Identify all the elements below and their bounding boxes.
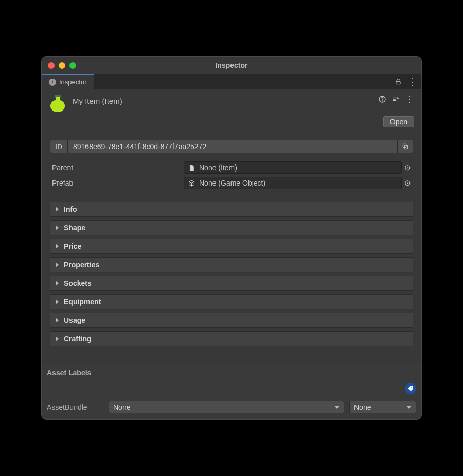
foldout-properties[interactable]: Properties: [50, 257, 413, 272]
foldout-label: Properties: [64, 261, 99, 269]
foldout-shape[interactable]: Shape: [50, 220, 413, 235]
copy-icon: [402, 143, 409, 150]
svg-rect-0: [396, 81, 400, 84]
open-button[interactable]: Open: [383, 116, 414, 127]
window-title: Inspector: [42, 61, 421, 69]
tab-label: Inspector: [59, 78, 86, 86]
asset-labels-row: [42, 380, 421, 397]
add-label-button[interactable]: [405, 383, 416, 394]
foldout-sockets[interactable]: Sockets: [50, 276, 413, 291]
chevron-right-icon: [56, 336, 59, 341]
parent-field-row: Parent None (Item) ⊙: [50, 161, 413, 174]
assetbundle-row: AssetBundle None None: [42, 397, 421, 419]
foldout-label: Crafting: [64, 335, 92, 343]
inspector-footer: Asset Labels AssetBundle None None: [42, 363, 421, 419]
help-icon[interactable]: [378, 95, 386, 103]
window-zoom-button[interactable]: [69, 62, 76, 69]
parent-object-field[interactable]: None (Item): [184, 161, 402, 174]
inspector-content: ID 89168e69-78e1-441f-8c0d-877f7aa25272 …: [42, 132, 421, 353]
parent-value: None (Item): [199, 163, 237, 172]
foldout-usage[interactable]: Usage: [50, 313, 413, 328]
assetbundle-variant-value: None: [354, 403, 371, 411]
foldout-label: Equipment: [64, 298, 101, 306]
foldout-label: Sockets: [64, 279, 92, 287]
chevron-right-icon: [56, 244, 59, 249]
foldout-label: Shape: [64, 224, 85, 232]
copy-id-button[interactable]: [398, 140, 413, 153]
tab-inspector[interactable]: i Inspector: [42, 74, 94, 89]
info-icon: i: [49, 79, 56, 86]
chevron-down-icon: [406, 406, 412, 409]
svg-point-5: [411, 387, 412, 388]
assetbundle-variant-dropdown[interactable]: None: [349, 401, 416, 413]
inspector-window: Inspector i Inspector ⋮ My Item (Item) ⋮: [41, 56, 422, 420]
object-title: My Item (Item): [73, 95, 122, 105]
prefab-picker-button[interactable]: ⊙: [402, 177, 413, 189]
file-icon: [188, 164, 195, 171]
chevron-right-icon: [56, 281, 59, 286]
chevron-right-icon: [56, 207, 59, 212]
foldout-equipment[interactable]: Equipment: [50, 294, 413, 309]
foldout-info[interactable]: Info: [50, 202, 413, 217]
inspector-header: My Item (Item) ⋮: [42, 89, 421, 116]
window-titlebar: Inspector: [42, 57, 421, 74]
parent-picker-button[interactable]: ⊙: [402, 161, 413, 174]
prefab-field-row: Prefab None (Game Object) ⊙: [50, 177, 413, 189]
id-label: ID: [50, 140, 67, 153]
foldout-label: Usage: [64, 316, 85, 324]
tab-bar: i Inspector ⋮: [42, 74, 421, 89]
svg-point-2: [382, 101, 382, 101]
assetbundle-dropdown[interactable]: None: [109, 401, 344, 413]
component-menu-icon[interactable]: ⋮: [405, 95, 414, 104]
chevron-right-icon: [56, 225, 59, 230]
foldout-crafting[interactable]: Crafting: [50, 331, 413, 346]
cube-icon: [188, 180, 195, 187]
window-controls: [48, 62, 76, 69]
tag-icon: [407, 386, 414, 392]
chevron-right-icon: [56, 299, 59, 304]
chevron-right-icon: [56, 262, 59, 267]
id-field-row: ID 89168e69-78e1-441f-8c0d-877f7aa25272: [50, 140, 413, 153]
assetbundle-label: AssetBundle: [47, 403, 103, 411]
assetbundle-value: None: [113, 403, 130, 411]
asset-labels-heading: Asset Labels: [42, 363, 421, 380]
chevron-right-icon: [56, 318, 59, 323]
item-thumbnail-icon: [49, 95, 66, 112]
prefab-object-field[interactable]: None (Game Object): [184, 177, 402, 189]
prefab-label: Prefab: [50, 179, 184, 187]
window-minimize-button[interactable]: [59, 62, 65, 69]
prefab-value: None (Game Object): [199, 179, 265, 187]
foldout-price[interactable]: Price: [50, 239, 413, 254]
foldout-label: Info: [64, 205, 77, 213]
foldout-label: Price: [64, 242, 81, 250]
preset-icon[interactable]: [391, 95, 400, 103]
id-value[interactable]: 89168e69-78e1-441f-8c0d-877f7aa25272: [67, 140, 398, 153]
window-close-button[interactable]: [48, 62, 55, 69]
lock-icon[interactable]: [395, 78, 402, 85]
kebab-menu-icon[interactable]: ⋮: [408, 77, 417, 86]
chevron-down-icon: [334, 406, 340, 409]
parent-label: Parent: [50, 163, 184, 172]
